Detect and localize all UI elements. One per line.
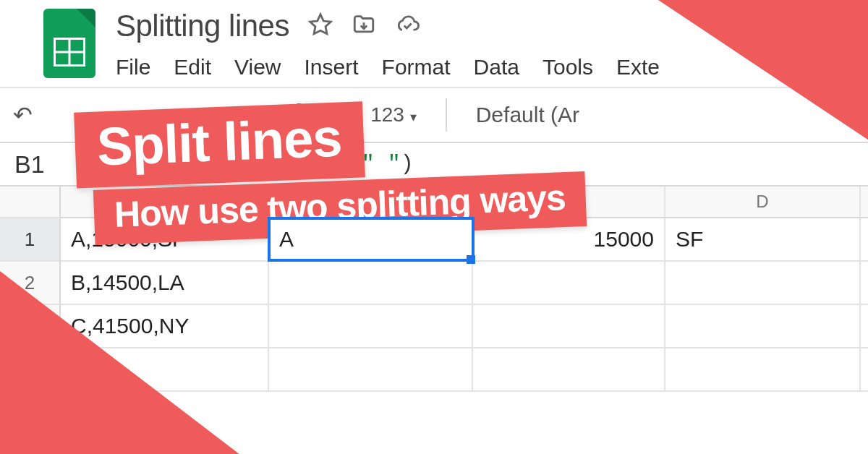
menu-tools[interactable]: Tools [542, 55, 593, 80]
cell-b1[interactable]: A [269, 218, 473, 260]
svg-marker-0 [310, 14, 331, 34]
menu-edit[interactable]: Edit [174, 55, 211, 80]
move-to-folder-icon[interactable] [352, 12, 376, 40]
cell-b3[interactable] [269, 305, 473, 347]
cell-d3[interactable] [665, 305, 861, 347]
menu-view[interactable]: View [234, 55, 281, 80]
overlay-title: Split lines [74, 101, 365, 188]
cell-d1[interactable]: SF [665, 218, 861, 260]
cell-b2[interactable] [269, 262, 473, 304]
menu-insert[interactable]: Insert [305, 55, 359, 80]
formula-str: " " [362, 152, 401, 176]
chevron-down-icon: ▾ [410, 110, 417, 124]
menu-file[interactable]: File [116, 55, 150, 80]
cell-c3[interactable] [473, 305, 665, 347]
font-selector[interactable]: Default (Ar [476, 103, 579, 127]
star-icon[interactable] [308, 12, 333, 40]
cloud-saved-icon[interactable] [395, 12, 420, 40]
cell-b4[interactable] [269, 348, 473, 390]
toolbar-divider [446, 98, 447, 132]
document-title[interactable]: Splitting lines [116, 9, 289, 43]
menu-format[interactable]: Format [382, 55, 451, 80]
undo-icon[interactable]: ↶ [13, 101, 33, 129]
cell-d4[interactable] [665, 348, 861, 390]
row-header-1[interactable]: 1 [0, 218, 59, 262]
col-header-d[interactable]: D [665, 187, 861, 217]
select-all-corner[interactable] [0, 187, 59, 218]
cell-c4[interactable] [473, 348, 665, 390]
cell-a2[interactable]: B,14500,LA [61, 262, 269, 304]
menu-extensions[interactable]: Exte [616, 55, 660, 80]
cell-a3[interactable]: C,41500,NY [61, 305, 269, 347]
cell-d2[interactable] [665, 262, 861, 304]
number-format-menu[interactable]: 123 ▾ [370, 103, 417, 127]
menu-data[interactable]: Data [474, 55, 519, 80]
number-format-label: 123 [370, 103, 404, 126]
sheets-app-icon [43, 9, 95, 78]
cell-c2[interactable] [473, 262, 665, 304]
